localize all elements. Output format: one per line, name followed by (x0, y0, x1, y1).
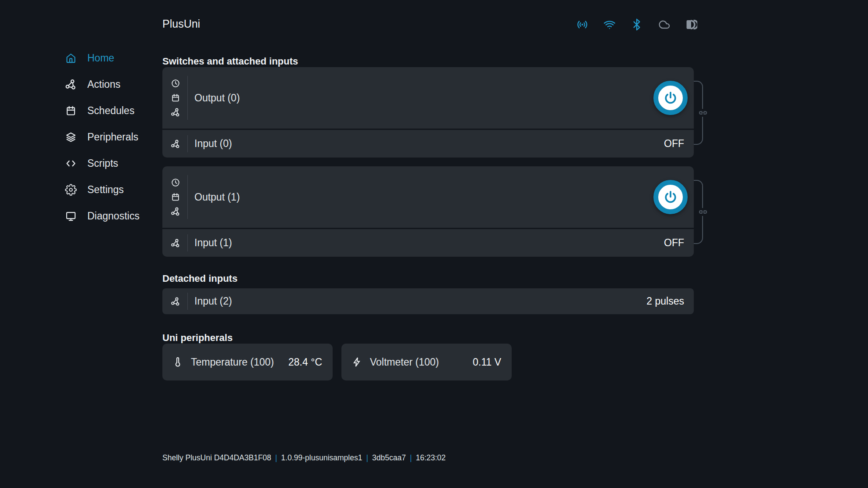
clock-icon (171, 178, 180, 187)
firmware-version: 1.0.99-plusunisamples1 (281, 453, 362, 463)
output-row-1[interactable]: Output (1) (162, 166, 694, 228)
separator: | (410, 453, 412, 463)
peripheral-value: 28.4 °C (288, 356, 322, 368)
divider (187, 293, 188, 310)
peripherals-row: Temperature (100) 28.4 °C Voltmeter (100… (162, 344, 512, 380)
input-counter-value: 2 pulses (646, 295, 684, 307)
sidebar-item-label: Diagnostics (87, 210, 140, 222)
input-row-1[interactable]: Input (1) OFF (162, 229, 694, 257)
link-icon (697, 107, 709, 118)
actions-icon (171, 108, 180, 117)
section-heading-detached: Detached inputs (162, 273, 237, 285)
input-row-0[interactable]: Input (0) OFF (162, 130, 694, 158)
bracket-bottom (694, 117, 703, 145)
monitor-icon (65, 210, 77, 222)
sidebar-item-label: Actions (87, 79, 120, 90)
peripheral-card-voltmeter[interactable]: Voltmeter (100) 0.11 V (341, 344, 512, 380)
home-icon (65, 52, 77, 64)
sidebar-item-label: Home (87, 52, 114, 64)
main-content: Switches and attached inputs Output (0) … (162, 0, 694, 488)
switch-card-0: Output (0) Input (0) OFF (162, 67, 694, 158)
power-toggle-button[interactable] (653, 180, 688, 214)
bracket-top (694, 180, 703, 208)
detached-input-row-2[interactable]: Input (2) 2 pulses (162, 288, 694, 314)
input-label: Input (2) (194, 295, 232, 307)
sidebar-item-label: Schedules (87, 105, 134, 117)
actions-icon (65, 79, 77, 90)
sidebar-item-label: Peripherals (87, 131, 138, 143)
section-heading-uni-peripherals: Uni peripherals (162, 332, 233, 344)
actions-icon (171, 207, 180, 216)
input-label: Input (1) (194, 237, 232, 249)
layers-icon (65, 131, 77, 143)
divider (187, 234, 188, 251)
attachment-bracket (694, 180, 703, 244)
separator: | (275, 453, 277, 463)
device-time: 16:23:02 (416, 453, 445, 463)
power-icon (663, 90, 678, 105)
peripheral-label: Voltmeter (100) (370, 356, 439, 368)
output-feature-icons (171, 79, 180, 117)
device-info-footer: Shelly PlusUni D4D4DA3B1F08 | 1.0.99-plu… (162, 453, 446, 463)
peripheral-card-temperature[interactable]: Temperature (100) 28.4 °C (162, 344, 333, 380)
thermometer-icon (172, 356, 183, 368)
output-row-0[interactable]: Output (0) (162, 67, 694, 129)
divider (187, 175, 188, 219)
section-heading-switches: Switches and attached inputs (162, 55, 298, 68)
divider (187, 135, 188, 152)
build-hash: 3db5caa7 (372, 453, 406, 463)
input-state: OFF (664, 237, 684, 249)
sidebar-item-label: Settings (87, 184, 124, 196)
divider (187, 76, 188, 120)
link-icon (697, 206, 709, 218)
sidebar-item-schedules[interactable]: Schedules (65, 102, 140, 119)
output-label: Output (1) (194, 191, 240, 203)
calendar-icon (65, 105, 77, 117)
peripheral-label: Temperature (100) (191, 356, 274, 368)
gear-icon (65, 184, 77, 196)
code-icon (65, 158, 77, 169)
actions-icon (171, 238, 180, 248)
peripheral-value: 0.11 V (473, 356, 501, 368)
device-name: Shelly PlusUni D4D4DA3B1F08 (162, 453, 271, 463)
sidebar-item-label: Scripts (87, 158, 118, 169)
clock-icon (171, 79, 180, 88)
calendar-icon (171, 192, 180, 202)
output-label: Output (0) (194, 92, 240, 104)
separator: | (366, 453, 368, 463)
actions-icon (171, 297, 180, 306)
input-label: Input (0) (194, 138, 232, 150)
attachment-bracket (694, 81, 703, 145)
power-toggle-button[interactable] (653, 81, 688, 115)
sidebar-item-actions[interactable]: Actions (65, 75, 140, 93)
power-icon (663, 190, 678, 205)
sidebar-item-peripherals[interactable]: Peripherals (65, 128, 140, 146)
sidebar-item-home[interactable]: Home (65, 49, 140, 67)
actions-icon (171, 139, 180, 149)
sidebar-item-scripts[interactable]: Scripts (65, 154, 140, 172)
bracket-bottom (694, 216, 703, 244)
switch-card-1: Output (1) Input (1) OFF (162, 166, 694, 257)
output-feature-icons (171, 178, 180, 216)
sidebar-item-diagnostics[interactable]: Diagnostics (65, 207, 140, 225)
bolt-icon (351, 356, 362, 368)
sidebar: Home Actions Schedules Peripherals Scrip… (65, 49, 140, 233)
input-state: OFF (664, 138, 684, 150)
calendar-icon (171, 93, 180, 103)
bracket-top (694, 81, 703, 109)
sidebar-item-settings[interactable]: Settings (65, 181, 140, 198)
